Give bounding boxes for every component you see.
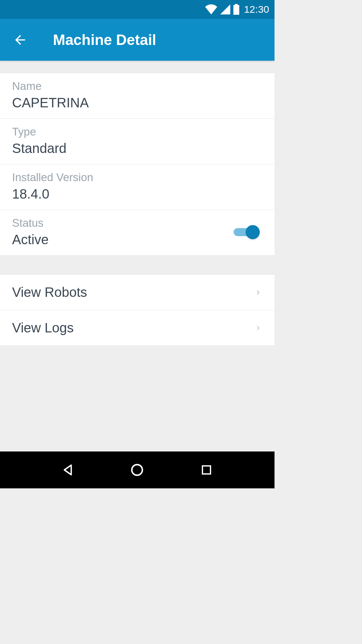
field-name: Name CAPETRINA: [0, 73, 275, 119]
field-type: Type Standard: [0, 119, 275, 164]
battery-icon: [233, 4, 239, 15]
status-toggle[interactable]: [234, 225, 260, 239]
detail-card: Name CAPETRINA Type Standard Installed V…: [0, 73, 275, 256]
nav-back-button[interactable]: [60, 462, 76, 478]
system-nav-bar: [0, 451, 275, 488]
wifi-icon: [205, 4, 217, 14]
field-value: CAPETRINA: [12, 95, 262, 110]
chevron-right-icon: [254, 324, 262, 332]
field-label: Status: [12, 217, 234, 229]
status-time: 12:30: [244, 4, 269, 15]
nav-recent-button[interactable]: [198, 462, 215, 478]
chevron-right-icon: [254, 288, 262, 297]
page-title: Machine Detail: [53, 32, 156, 48]
circle-home-icon: [130, 463, 144, 477]
cellular-icon: [220, 4, 231, 14]
field-installed-version: Installed Version 18.4.0: [0, 164, 275, 210]
field-status: Status Active: [0, 210, 275, 255]
arrow-left-icon: [13, 33, 27, 47]
field-value: 18.4.0: [12, 186, 262, 202]
actions-card: View Robots View Logs: [0, 274, 275, 346]
field-value: Active: [12, 232, 234, 247]
svg-rect-1: [202, 466, 210, 474]
app-bar: Machine Detail: [0, 19, 275, 61]
field-label: Installed Version: [12, 171, 262, 184]
svg-point-0: [132, 465, 143, 475]
nav-home-button[interactable]: [129, 462, 145, 478]
action-label: View Logs: [12, 320, 74, 335]
view-robots-button[interactable]: View Robots: [0, 275, 275, 310]
triangle-back-icon: [62, 464, 74, 476]
system-status-bar: 12:30: [0, 0, 275, 19]
view-logs-button[interactable]: View Logs: [0, 310, 275, 345]
back-button[interactable]: [12, 32, 28, 48]
action-label: View Robots: [12, 285, 87, 300]
toggle-thumb: [246, 225, 260, 239]
content: Name CAPETRINA Type Standard Installed V…: [0, 61, 275, 346]
field-label: Type: [12, 125, 262, 138]
field-value: Standard: [12, 141, 262, 156]
field-label: Name: [12, 80, 262, 93]
square-recent-icon: [200, 464, 213, 476]
